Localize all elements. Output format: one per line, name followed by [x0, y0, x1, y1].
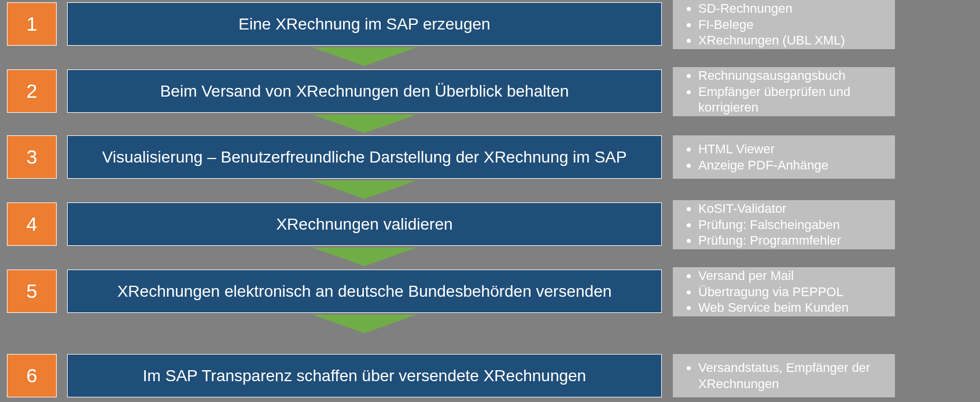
detail-item: Prüfung: Falscheingaben	[698, 217, 889, 233]
detail-list: Versand per MailÜbertragung via PEPPOLWe…	[679, 268, 889, 316]
detail-item: Web Service beim Kunden	[698, 300, 889, 316]
detail-item: KoSIT-Validator	[698, 201, 889, 217]
detail-list: KoSIT-ValidatorPrüfung: FalscheingabenPr…	[679, 201, 889, 249]
chevron-down-icon	[312, 47, 417, 66]
step-title-3: Visualisierung – Benutzerfreundliche Dar…	[67, 135, 662, 179]
detail-item: Versandstatus, Empfänger der XRechnungen	[698, 360, 889, 392]
step-details-5: Versand per MailÜbertragung via PEPPOLWe…	[673, 267, 895, 316]
step-title-text: Beim Versand von XRechnungen den Überbli…	[160, 82, 569, 101]
step-title-text: Im SAP Transparenz schaffen über versend…	[143, 367, 586, 385]
detail-item: Übertragung via PEPPOL	[698, 284, 889, 300]
step-number-4: 4	[7, 202, 57, 246]
detail-item: Rechnungsausgangsbuch	[698, 68, 889, 84]
step-title-text: XRechnungen validieren	[276, 215, 452, 234]
step-number-3: 3	[7, 135, 57, 179]
chevron-down-icon	[312, 315, 417, 333]
chevron-down-icon	[312, 115, 417, 133]
detail-item: HTML Viewer	[698, 141, 889, 157]
step-details-1: SD-RechnungenFI-BelegeXRechnungen (UBL X…	[673, 0, 895, 49]
chevron-down-icon	[312, 180, 417, 199]
step-details-4: KoSIT-ValidatorPrüfung: FalscheingabenPr…	[673, 200, 895, 249]
detail-item: Prüfung: Programmfehler	[698, 233, 889, 249]
detail-item: Empfänger überprüfen und korrigieren	[698, 84, 889, 116]
detail-item: XRechnungen (UBL XML)	[698, 32, 889, 49]
process-diagram: 1Eine XRechnung im SAP erzeugenSD-Rechnu…	[0, 0, 980, 402]
detail-item: FI-Belege	[698, 17, 889, 33]
step-details-3: HTML ViewerAnzeige PDF-Anhänge	[673, 135, 895, 179]
step-title-1: Eine XRechnung im SAP erzeugen	[67, 2, 662, 46]
step-title-text: Visualisierung – Benutzerfreundliche Dar…	[102, 148, 627, 167]
step-details-2: RechnungsausgangsbuchEmpfänger überprüfe…	[673, 67, 895, 116]
detail-item: Versand per Mail	[698, 268, 889, 284]
step-number-2: 2	[7, 69, 57, 113]
step-title-2: Beim Versand von XRechnungen den Überbli…	[67, 69, 662, 113]
detail-list: Versandstatus, Empfänger der XRechnungen	[679, 360, 889, 392]
step-title-text: Eine XRechnung im SAP erzeugen	[238, 15, 490, 34]
step-title-5: XRechnungen elektronisch an deutsche Bun…	[67, 270, 662, 313]
step-number-5: 5	[7, 270, 57, 313]
detail-list: HTML ViewerAnzeige PDF-Anhänge	[679, 141, 889, 173]
detail-item: Anzeige PDF-Anhänge	[698, 157, 889, 174]
step-number-6: 6	[7, 354, 57, 397]
step-details-6: Versandstatus, Empfänger der XRechnungen	[673, 354, 895, 397]
step-title-text: XRechnungen elektronisch an deutsche Bun…	[117, 282, 612, 301]
detail-list: SD-RechnungenFI-BelegeXRechnungen (UBL X…	[679, 1, 889, 49]
step-title-6: Im SAP Transparenz schaffen über versend…	[67, 354, 662, 397]
detail-item: SD-Rechnungen	[698, 1, 889, 17]
detail-list: RechnungsausgangsbuchEmpfänger überprüfe…	[679, 68, 889, 116]
step-title-4: XRechnungen validieren	[67, 202, 662, 246]
step-number-1: 1	[7, 2, 57, 46]
chevron-down-icon	[312, 248, 417, 266]
